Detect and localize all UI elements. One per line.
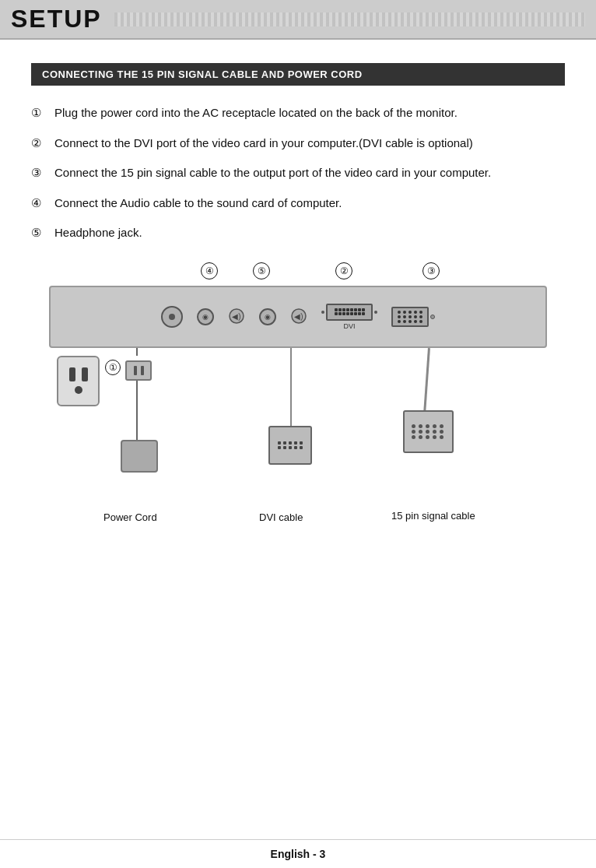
footer-text: English - 3	[271, 848, 326, 860]
step-4-text: Connect the Audio cable to the sound car…	[54, 195, 565, 213]
audio-port-1: ◉	[197, 308, 214, 325]
callout-1: ①	[105, 360, 121, 375]
callout-3: ③	[422, 262, 440, 279]
outlet-slot-left	[69, 367, 75, 381]
power-adapter	[121, 440, 158, 473]
step-1: ① Plug the power cord into the AC recept…	[31, 104, 565, 122]
step-4: ④ Connect the Audio cable to the sound c…	[31, 195, 565, 213]
callout-5: ⑤	[253, 262, 270, 279]
outlet-ground	[75, 386, 82, 394]
step-3: ③ Connect the 15 pin signal cable to the…	[31, 164, 565, 182]
dvi-port-body	[326, 304, 373, 321]
section-heading: CONNECTING THE 15 PIN SIGNAL CABLE AND P…	[31, 63, 565, 86]
callout-row: ④ ⑤ ② ③	[49, 258, 547, 286]
step-5: ⑤ Headphone jack.	[31, 224, 565, 242]
dvi-port: DVI	[321, 304, 377, 330]
audio-symbol-2: ◀)	[290, 307, 307, 326]
power-cord-label: Power Cord	[103, 511, 157, 523]
vga-cable-connector	[403, 410, 454, 453]
step-2: ② Connect to the DVI port of the video c…	[31, 135, 565, 153]
power-cord-wire	[136, 381, 138, 443]
audio-port-1-icon: ◉	[202, 313, 209, 321]
step-4-number: ④	[31, 195, 48, 213]
prong-right	[141, 366, 144, 375]
power-plug	[125, 360, 152, 381]
cables-area: ①	[49, 348, 547, 527]
step-2-text: Connect to the DVI port of the video car…	[54, 135, 565, 153]
step-3-text: Connect the 15 pin signal cable to the o…	[54, 164, 565, 182]
dvi-label: DVI	[343, 322, 355, 330]
page-title: SETUP	[11, 5, 102, 33]
wall-outlet	[57, 356, 100, 406]
vga-cable-wire	[423, 347, 430, 413]
diagram: ④ ⑤ ② ③ ◉	[49, 258, 547, 527]
step-5-number: ⑤	[31, 224, 48, 242]
signal-cable-label: 15 pin signal cable	[391, 510, 475, 523]
callout-4: ④	[201, 262, 218, 279]
svg-text:◀): ◀)	[232, 312, 240, 321]
steps-list: ① Plug the power cord into the AC recept…	[31, 104, 565, 242]
dvi-cable-label: DVI cable	[259, 511, 303, 523]
step-1-number: ①	[31, 104, 48, 122]
power-port	[161, 306, 183, 328]
step-3-number: ③	[31, 164, 48, 182]
step-1-text: Plug the power cord into the AC receptac…	[54, 104, 565, 122]
power-port-socket	[161, 306, 183, 328]
header-decoration	[114, 12, 585, 26]
audio-port-2: ◉	[259, 308, 276, 325]
outlet-slot-right	[82, 367, 88, 381]
step-2-number: ②	[31, 135, 48, 153]
step-5-text: Headphone jack.	[54, 224, 565, 242]
monitor-panel: ◉ ◀) ◉ ◀)	[49, 286, 547, 348]
main-content: CONNECTING THE 15 PIN SIGNAL CABLE AND P…	[0, 40, 596, 543]
page-footer: English - 3	[0, 839, 596, 868]
vga-port	[391, 307, 435, 327]
audio-port-2-icon: ◉	[265, 313, 271, 321]
page-header: SETUP	[0, 0, 596, 40]
dvi-cable-wire	[290, 348, 292, 426]
svg-text:◀): ◀)	[294, 312, 303, 321]
callout-2: ②	[335, 262, 352, 279]
power-cord-to-panel	[136, 348, 138, 356]
dvi-cable-connector	[268, 426, 312, 465]
audio-symbol-1: ◀)	[228, 307, 245, 326]
prong-left	[134, 366, 137, 375]
